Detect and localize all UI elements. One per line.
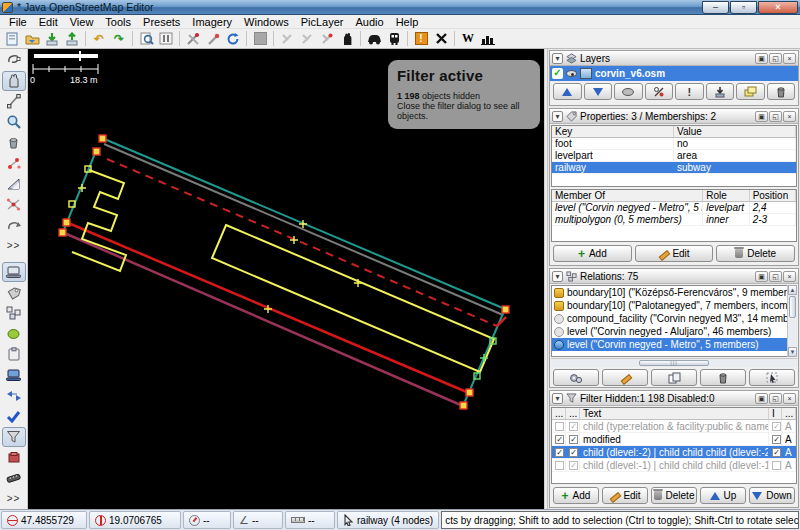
layer-show-hide-button[interactable] [614, 83, 643, 100]
imagery-placeholder-button[interactable] [250, 30, 270, 48]
osm-ways[interactable] [62, 138, 505, 406]
member-of-column-header[interactable]: Member Of [552, 190, 703, 201]
checkbox-checked[interactable] [569, 461, 578, 470]
tagged-nodes-red[interactable] [59, 135, 509, 409]
toggle-filter-panel-button[interactable] [2, 427, 26, 448]
collapse-icon[interactable]: ▾ [552, 111, 563, 122]
more-panel-toggles-button[interactable]: >> [2, 488, 26, 509]
layer-move-up-button[interactable] [553, 83, 582, 100]
duplicate-relation-button[interactable] [651, 369, 697, 386]
membership-row[interactable]: multipolygon (0, 5 members) inner 2-3 [552, 214, 796, 226]
menu-audio[interactable]: Audio [350, 16, 390, 28]
panel-dock-icon[interactable]: ◱ [769, 393, 782, 404]
panel-dock-icon[interactable]: ◱ [769, 111, 782, 122]
checkbox-checked[interactable] [569, 435, 578, 444]
preferences-button[interactable] [156, 30, 176, 48]
tag-row[interactable]: levelpart area [552, 150, 796, 162]
menu-file[interactable]: File [3, 16, 33, 28]
upload-button[interactable] [62, 30, 82, 48]
membership-row[interactable]: level ("Corvin negyed - Metro", 5 member… [552, 202, 796, 214]
checkbox-unchecked[interactable] [772, 461, 781, 470]
mode-column-header[interactable]: ... [782, 408, 796, 419]
menu-presets[interactable]: Presets [137, 16, 186, 28]
combine-way-button-disabled[interactable] [277, 30, 297, 48]
filter-row[interactable]: child (type:relation & facility:public &… [552, 420, 796, 433]
relation-item-selected[interactable]: level ("Corvin negyed - Metro", 5 member… [552, 338, 787, 351]
key-column-header[interactable]: Key [552, 126, 674, 137]
collapse-icon[interactable]: ▾ [552, 53, 563, 64]
layer-active-check-icon[interactable]: ✓ [552, 68, 563, 79]
new-layer-button[interactable] [2, 30, 22, 48]
checkbox-unchecked[interactable] [555, 461, 564, 470]
way-yellow-platform-rect[interactable] [212, 225, 494, 372]
panel-close-icon[interactable]: × [783, 271, 796, 282]
toggle-changeset-panel-button[interactable] [2, 447, 26, 468]
filter-row[interactable]: modified A [552, 433, 796, 446]
download-data-button[interactable] [136, 30, 156, 48]
menu-piclayer[interactable]: PicLayer [295, 16, 350, 28]
improve-accuracy-tool-button[interactable] [2, 174, 26, 195]
select-relation-members-button[interactable] [749, 369, 795, 386]
layer-merge-button[interactable] [706, 83, 735, 100]
way-maroon-bottom[interactable] [62, 232, 463, 406]
menu-imagery[interactable]: Imagery [186, 16, 238, 28]
delete-filter-button[interactable]: Delete [651, 487, 697, 504]
checkbox-checked[interactable] [555, 448, 564, 457]
new-relation-button[interactable] [553, 369, 599, 386]
relations-horizontal-scrollbar[interactable]: ||| [551, 358, 797, 367]
close-button[interactable]: × [758, 1, 798, 14]
panel-close-icon[interactable]: × [783, 393, 796, 404]
toggle-conflict-panel-button[interactable] [2, 385, 26, 406]
menu-tools[interactable]: Tools [99, 16, 137, 28]
warning-button[interactable]: ! [411, 30, 431, 48]
layer-row-selected[interactable]: ✓ corvin_v6.osm [550, 66, 798, 81]
relation-item[interactable]: boundary[10] ("Palotanegyed", 7 members,… [552, 299, 787, 312]
relation-item[interactable]: compound_facility ("Corvin negyed M3", 1… [552, 312, 787, 325]
panel-menu-icon[interactable]: ▣ [755, 53, 768, 64]
layer-duplicate-button[interactable] [736, 83, 765, 100]
toggle-measurement-panel-button[interactable] [2, 468, 26, 489]
hiding-column-header[interactable]: ... [566, 408, 580, 419]
parallel-way-tool-button[interactable] [2, 153, 26, 174]
public-transport-button[interactable] [384, 30, 404, 48]
toggle-osm-data-panel-button[interactable] [2, 365, 26, 386]
panel-menu-icon[interactable]: ▣ [755, 393, 768, 404]
checkbox-checked[interactable] [569, 422, 578, 431]
save-button[interactable] [42, 30, 62, 48]
relation-item[interactable]: boundary[10] ("Középső-Ferencváros", 9 m… [552, 286, 787, 299]
checkbox-checked[interactable] [569, 448, 578, 457]
role-column-header[interactable]: Role [703, 190, 749, 201]
menu-help[interactable]: Help [390, 16, 425, 28]
add-filter-button[interactable]: +Add [553, 487, 599, 504]
edit-relation-button[interactable] [602, 369, 648, 386]
toggle-selection-panel-button[interactable] [2, 324, 26, 345]
checkbox-checked[interactable] [772, 422, 781, 431]
car-routing-button[interactable] [364, 30, 384, 48]
plain-nodes-yellow[interactable] [69, 166, 91, 207]
relation-item[interactable]: level ("Corvin negyed - Aluljaro", 46 me… [552, 325, 787, 338]
pliers-tool-button[interactable] [183, 30, 203, 48]
delete-tool-button[interactable] [2, 132, 26, 153]
inverted-column-header[interactable]: I [769, 408, 782, 419]
tag-row[interactable]: foot no [552, 138, 796, 150]
refresh-button[interactable] [223, 30, 243, 48]
layer-warning-button[interactable]: ! [675, 83, 704, 100]
position-column-header[interactable]: Position [750, 190, 796, 201]
more-edit-tools-button[interactable]: >> [2, 235, 26, 256]
delete-button[interactable] [431, 30, 451, 48]
select-tool-button[interactable] [2, 50, 26, 71]
open-button[interactable] [22, 30, 42, 48]
toggle-relations-panel-button[interactable] [2, 303, 26, 324]
toggle-presets-panel-button[interactable] [2, 262, 26, 283]
checkbox-checked[interactable] [772, 448, 781, 457]
panel-close-icon[interactable]: × [783, 111, 796, 122]
undo-button[interactable]: ↶ [89, 30, 109, 48]
wikipedia-button[interactable]: W [458, 30, 478, 48]
checkbox-checked[interactable] [772, 435, 781, 444]
chart-button[interactable] [478, 30, 498, 48]
scroll-down-icon[interactable]: ▼ [788, 347, 797, 357]
menu-windows[interactable]: Windows [238, 16, 295, 28]
filter-row[interactable]: child (dlevel:-1) | child child child (d… [552, 459, 796, 472]
scrollbar-thumb[interactable] [789, 296, 796, 318]
collapse-icon[interactable]: ▾ [552, 393, 563, 404]
